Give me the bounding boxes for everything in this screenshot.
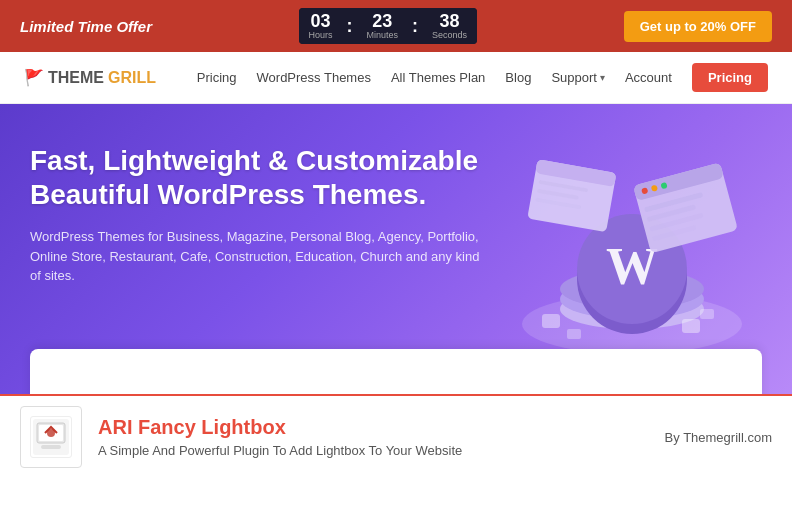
- plugin-by: By Themegrill.com: [665, 430, 772, 445]
- nav-links: Pricing WordPress Themes All Themes Plan…: [197, 63, 768, 92]
- nav-link-pricing[interactable]: Pricing: [197, 70, 237, 85]
- countdown-sep2: :: [410, 16, 420, 37]
- hero-subtitle: WordPress Themes for Business, Magazine,…: [30, 227, 490, 286]
- countdown-seconds-block: 38 Seconds: [422, 8, 477, 44]
- logo-theme-text: THEME: [48, 69, 104, 87]
- logo-grill-text: GRILL: [108, 69, 156, 87]
- get-offer-button[interactable]: Get up to 20% OFF: [624, 11, 772, 42]
- plugin-icon: [30, 416, 72, 458]
- plugin-footer: ARI Fancy Lightbox A Simple And Powerful…: [0, 394, 792, 478]
- countdown-seconds: 38: [440, 12, 460, 30]
- plugin-icon-box: [20, 406, 82, 468]
- countdown-minutes-label: Minutes: [367, 30, 399, 40]
- hero-bottom-card: [30, 349, 762, 394]
- nav-pricing-button[interactable]: Pricing: [692, 63, 768, 92]
- chevron-down-icon: ▾: [600, 72, 605, 83]
- countdown-hours-block: 03 Hours: [299, 8, 343, 44]
- hero-illustration: W: [482, 114, 762, 374]
- countdown-hours-label: Hours: [309, 30, 333, 40]
- countdown: 03 Hours : 23 Minutes : 38 Seconds: [299, 8, 478, 44]
- countdown-minutes-block: 23 Minutes: [357, 8, 409, 44]
- hero-section: Fast, Lightweight & Customizable Beautif…: [0, 104, 792, 394]
- hero-title: Fast, Lightweight & Customizable Beautif…: [30, 144, 550, 211]
- countdown-seconds-label: Seconds: [432, 30, 467, 40]
- limited-offer-text: Limited Time Offer: [20, 18, 152, 35]
- nav-bar: 🚩 THEME GRILL Pricing WordPress Themes A…: [0, 52, 792, 104]
- svg-point-28: [47, 429, 55, 437]
- svg-rect-21: [542, 314, 560, 328]
- logo[interactable]: 🚩 THEME GRILL: [24, 68, 156, 87]
- top-banner: Limited Time Offer 03 Hours : 23 Minutes…: [0, 0, 792, 52]
- nav-link-wp-themes[interactable]: WordPress Themes: [257, 70, 371, 85]
- svg-rect-23: [567, 329, 581, 339]
- nav-link-account[interactable]: Account: [625, 70, 672, 85]
- nav-link-all-themes[interactable]: All Themes Plan: [391, 70, 485, 85]
- plugin-description: A Simple And Powerful Plugin To Add Ligh…: [98, 443, 649, 458]
- logo-icon: 🚩: [24, 68, 44, 87]
- countdown-sep1: :: [345, 16, 355, 37]
- plugin-info: ARI Fancy Lightbox A Simple And Powerful…: [98, 416, 649, 458]
- svg-rect-29: [41, 445, 61, 449]
- countdown-hours: 03: [311, 12, 331, 30]
- plugin-name: ARI Fancy Lightbox: [98, 416, 649, 439]
- svg-rect-24: [700, 309, 714, 319]
- svg-rect-22: [682, 319, 700, 333]
- countdown-minutes: 23: [372, 12, 392, 30]
- nav-link-blog[interactable]: Blog: [505, 70, 531, 85]
- nav-link-support[interactable]: Support ▾: [551, 70, 605, 85]
